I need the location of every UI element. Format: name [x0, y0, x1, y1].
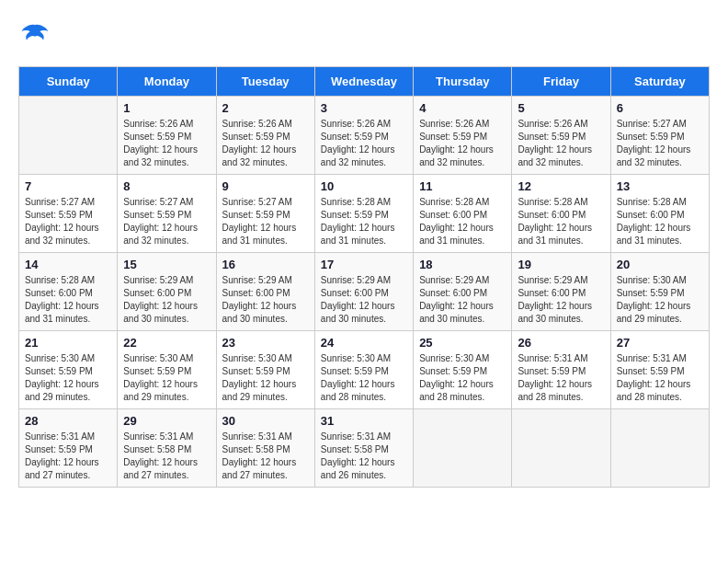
day-info: Sunrise: 5:31 AM Sunset: 5:58 PM Dayligh…: [222, 431, 309, 482]
calendar-cell: 5Sunrise: 5:26 AM Sunset: 5:59 PM Daylig…: [512, 97, 610, 175]
calendar-cell: 11Sunrise: 5:28 AM Sunset: 6:00 PM Dayli…: [414, 175, 512, 253]
day-info: Sunrise: 5:30 AM Sunset: 5:59 PM Dayligh…: [222, 352, 309, 404]
day-info: Sunrise: 5:28 AM Sunset: 6:00 PM Dayligh…: [518, 196, 604, 247]
day-info: Sunrise: 5:30 AM Sunset: 5:59 PM Dayligh…: [25, 352, 111, 404]
day-number: 21: [25, 336, 111, 350]
day-info: Sunrise: 5:31 AM Sunset: 5:58 PM Dayligh…: [321, 431, 407, 482]
page-header: [18, 18, 710, 52]
logo: [18, 18, 57, 52]
calendar-cell: [414, 409, 512, 488]
day-info: Sunrise: 5:29 AM Sunset: 6:00 PM Dayligh…: [518, 274, 604, 326]
calendar-cell: 15Sunrise: 5:29 AM Sunset: 6:00 PM Dayli…: [118, 253, 216, 331]
calendar-cell: 13Sunrise: 5:28 AM Sunset: 6:00 PM Dayli…: [610, 175, 709, 253]
calendar-week-1: 1Sunrise: 5:26 AM Sunset: 5:59 PM Daylig…: [19, 97, 710, 175]
day-number: 12: [518, 179, 604, 193]
calendar-week-5: 28Sunrise: 5:31 AM Sunset: 5:59 PM Dayli…: [19, 409, 710, 488]
day-header-monday: Monday: [118, 67, 216, 97]
day-number: 22: [123, 336, 210, 350]
day-info: Sunrise: 5:31 AM Sunset: 5:59 PM Dayligh…: [617, 352, 703, 404]
calendar-cell: 3Sunrise: 5:26 AM Sunset: 5:59 PM Daylig…: [314, 97, 413, 175]
day-info: Sunrise: 5:29 AM Sunset: 6:00 PM Dayligh…: [321, 274, 407, 326]
calendar-cell: [610, 409, 709, 488]
day-number: 17: [321, 258, 407, 271]
day-number: 14: [25, 258, 111, 271]
day-number: 8: [123, 179, 210, 193]
calendar-cell: 31Sunrise: 5:31 AM Sunset: 5:58 PM Dayli…: [314, 409, 413, 488]
day-number: 27: [617, 336, 703, 350]
day-number: 13: [617, 179, 703, 193]
day-info: Sunrise: 5:29 AM Sunset: 6:00 PM Dayligh…: [123, 274, 210, 326]
calendar-cell: 27Sunrise: 5:31 AM Sunset: 5:59 PM Dayli…: [610, 331, 709, 409]
calendar-cell: 7Sunrise: 5:27 AM Sunset: 5:59 PM Daylig…: [19, 175, 118, 253]
calendar-cell: 12Sunrise: 5:28 AM Sunset: 6:00 PM Dayli…: [512, 175, 610, 253]
day-info: Sunrise: 5:28 AM Sunset: 6:00 PM Dayligh…: [617, 196, 703, 247]
calendar-cell: 1Sunrise: 5:26 AM Sunset: 5:59 PM Daylig…: [118, 97, 216, 175]
day-info: Sunrise: 5:26 AM Sunset: 5:59 PM Dayligh…: [222, 118, 309, 169]
day-number: 3: [321, 101, 407, 115]
calendar-cell: 10Sunrise: 5:28 AM Sunset: 5:59 PM Dayli…: [314, 175, 413, 253]
day-info: Sunrise: 5:31 AM Sunset: 5:58 PM Dayligh…: [123, 431, 210, 482]
day-number: 23: [222, 336, 309, 350]
day-number: 18: [419, 258, 506, 271]
day-info: Sunrise: 5:28 AM Sunset: 5:59 PM Dayligh…: [321, 196, 407, 247]
day-header-friday: Friday: [512, 67, 610, 97]
day-number: 11: [419, 179, 506, 193]
day-number: 28: [25, 414, 111, 428]
calendar-table: SundayMondayTuesdayWednesdayThursdayFrid…: [18, 66, 710, 488]
calendar-cell: 30Sunrise: 5:31 AM Sunset: 5:58 PM Dayli…: [216, 409, 314, 488]
day-number: 4: [419, 101, 506, 115]
day-number: 20: [617, 258, 703, 271]
calendar-cell: 4Sunrise: 5:26 AM Sunset: 5:59 PM Daylig…: [414, 97, 512, 175]
calendar-cell: 8Sunrise: 5:27 AM Sunset: 5:59 PM Daylig…: [118, 175, 216, 253]
day-info: Sunrise: 5:31 AM Sunset: 5:59 PM Dayligh…: [518, 352, 604, 404]
day-info: Sunrise: 5:29 AM Sunset: 6:00 PM Dayligh…: [419, 274, 506, 326]
day-number: 24: [321, 336, 407, 350]
calendar-cell: 6Sunrise: 5:27 AM Sunset: 5:59 PM Daylig…: [610, 97, 709, 175]
day-info: Sunrise: 5:30 AM Sunset: 5:59 PM Dayligh…: [123, 352, 210, 404]
day-number: 5: [518, 101, 604, 115]
day-number: 31: [321, 414, 407, 428]
day-info: Sunrise: 5:30 AM Sunset: 5:59 PM Dayligh…: [617, 274, 703, 326]
day-number: 2: [222, 101, 309, 115]
calendar-cell: 21Sunrise: 5:30 AM Sunset: 5:59 PM Dayli…: [19, 331, 118, 409]
day-number: 30: [222, 414, 309, 428]
day-number: 19: [518, 258, 604, 271]
calendar-cell: 2Sunrise: 5:26 AM Sunset: 5:59 PM Daylig…: [216, 97, 314, 175]
calendar-cell: 22Sunrise: 5:30 AM Sunset: 5:59 PM Dayli…: [118, 331, 216, 409]
calendar-cell: 14Sunrise: 5:28 AM Sunset: 6:00 PM Dayli…: [19, 253, 118, 331]
calendar-header-row: SundayMondayTuesdayWednesdayThursdayFrid…: [19, 67, 710, 97]
calendar-cell: 16Sunrise: 5:29 AM Sunset: 6:00 PM Dayli…: [216, 253, 314, 331]
calendar-cell: 29Sunrise: 5:31 AM Sunset: 5:58 PM Dayli…: [118, 409, 216, 488]
calendar-week-2: 7Sunrise: 5:27 AM Sunset: 5:59 PM Daylig…: [19, 175, 710, 253]
calendar-week-4: 21Sunrise: 5:30 AM Sunset: 5:59 PM Dayli…: [19, 331, 710, 409]
day-number: 9: [222, 179, 309, 193]
day-info: Sunrise: 5:26 AM Sunset: 5:59 PM Dayligh…: [518, 118, 604, 169]
day-info: Sunrise: 5:29 AM Sunset: 6:00 PM Dayligh…: [222, 274, 309, 326]
day-number: 7: [25, 179, 111, 193]
day-info: Sunrise: 5:26 AM Sunset: 5:59 PM Dayligh…: [321, 118, 407, 169]
calendar-cell: [512, 409, 610, 488]
day-number: 6: [617, 101, 703, 115]
calendar-cell: 18Sunrise: 5:29 AM Sunset: 6:00 PM Dayli…: [414, 253, 512, 331]
day-number: 1: [123, 101, 210, 115]
day-info: Sunrise: 5:28 AM Sunset: 6:00 PM Dayligh…: [419, 196, 506, 247]
day-number: 25: [419, 336, 506, 350]
calendar-cell: 24Sunrise: 5:30 AM Sunset: 5:59 PM Dayli…: [314, 331, 413, 409]
day-number: 29: [123, 414, 210, 428]
day-number: 16: [222, 258, 309, 271]
day-info: Sunrise: 5:27 AM Sunset: 5:59 PM Dayligh…: [222, 196, 309, 247]
day-info: Sunrise: 5:27 AM Sunset: 5:59 PM Dayligh…: [617, 118, 703, 169]
day-info: Sunrise: 5:26 AM Sunset: 5:59 PM Dayligh…: [419, 118, 506, 169]
day-info: Sunrise: 5:28 AM Sunset: 6:00 PM Dayligh…: [25, 274, 111, 326]
day-info: Sunrise: 5:30 AM Sunset: 5:59 PM Dayligh…: [321, 352, 407, 404]
day-header-saturday: Saturday: [610, 67, 709, 97]
calendar-cell: 19Sunrise: 5:29 AM Sunset: 6:00 PM Dayli…: [512, 253, 610, 331]
day-info: Sunrise: 5:26 AM Sunset: 5:59 PM Dayligh…: [123, 118, 210, 169]
day-header-sunday: Sunday: [19, 67, 118, 97]
day-info: Sunrise: 5:31 AM Sunset: 5:59 PM Dayligh…: [25, 431, 111, 482]
logo-icon: [18, 18, 51, 52]
day-info: Sunrise: 5:27 AM Sunset: 5:59 PM Dayligh…: [123, 196, 210, 247]
calendar-cell: 28Sunrise: 5:31 AM Sunset: 5:59 PM Dayli…: [19, 409, 118, 488]
day-number: 10: [321, 179, 407, 193]
day-header-tuesday: Tuesday: [216, 67, 314, 97]
